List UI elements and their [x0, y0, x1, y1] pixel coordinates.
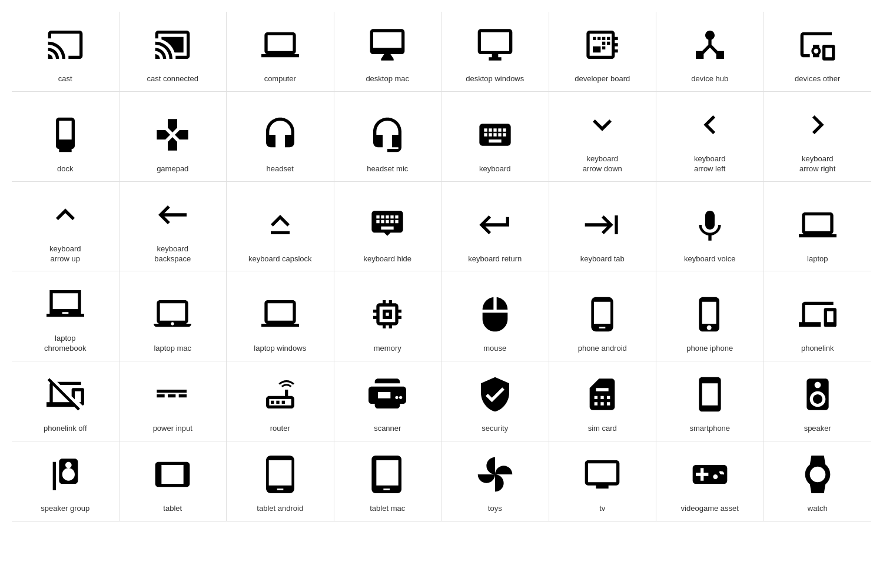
- laptop-windows-label: laptop windows: [254, 344, 306, 354]
- developer-board-label: developer board: [575, 74, 630, 84]
- speaker-group-label: speaker group: [41, 504, 89, 514]
- laptop-chromebook-label: laptopchromebook: [44, 334, 87, 354]
- keyboard-voice-label: keyboard voice: [684, 254, 735, 264]
- icon-item-phone-iphone: phone iphone: [656, 271, 764, 361]
- headset-mic-icon: [364, 111, 411, 158]
- icon-item-phonelink-off: phonelink off: [12, 361, 119, 441]
- computer-icon: [257, 21, 304, 68]
- keyboard-arrow-down-label: keyboardarrow down: [583, 154, 622, 174]
- icon-item-laptop: laptop: [764, 182, 872, 272]
- desktop-mac-icon: [364, 21, 411, 68]
- cast-connected-label: cast connected: [147, 74, 198, 84]
- icon-item-laptop-chromebook: laptopchromebook: [12, 271, 119, 361]
- laptop-mac-label: laptop mac: [154, 344, 191, 354]
- toys-label: toys: [488, 504, 502, 514]
- icon-item-memory: memory: [334, 271, 442, 361]
- security-label: security: [482, 424, 508, 434]
- headset-mic-label: headset mic: [367, 164, 408, 174]
- keyboard-return-icon: [472, 201, 519, 248]
- keyboard-tab-label: keyboard tab: [580, 254, 625, 264]
- desktop-mac-label: desktop mac: [366, 74, 409, 84]
- keyboard-arrow-right-label: keyboardarrow right: [799, 154, 835, 174]
- smartphone-label: smartphone: [689, 424, 730, 434]
- icon-item-laptop-mac: laptop mac: [119, 271, 227, 361]
- device-hub-label: device hub: [691, 74, 728, 84]
- icon-item-headset-mic: headset mic: [334, 92, 442, 182]
- icon-item-gamepad: gamepad: [119, 92, 227, 182]
- icon-grid: cast cast connected computer desktop mac…: [12, 12, 871, 521]
- icon-item-keyboard-arrow-down: keyboardarrow down: [549, 92, 657, 182]
- scanner-icon: [364, 371, 411, 418]
- tv-label: tv: [599, 504, 605, 514]
- icon-item-tablet-mac: tablet mac: [334, 441, 442, 521]
- keyboard-label: keyboard: [479, 164, 510, 174]
- desktop-windows-icon: [472, 21, 519, 68]
- icon-item-desktop-mac: desktop mac: [334, 12, 442, 92]
- tv-icon: [579, 451, 626, 498]
- computer-label: computer: [264, 74, 296, 84]
- icon-item-cast-connected: cast connected: [119, 12, 227, 92]
- phonelink-off-label: phonelink off: [44, 424, 87, 434]
- icon-item-sim-card: sim card: [549, 361, 657, 441]
- gamepad-label: gamepad: [157, 164, 188, 174]
- icon-item-phone-android: phone android: [549, 271, 657, 361]
- smartphone-icon: [686, 371, 733, 418]
- icon-item-power-input: power input: [119, 361, 227, 441]
- icon-item-device-hub: device hub: [656, 12, 764, 92]
- scanner-label: scanner: [374, 424, 401, 434]
- watch-label: watch: [808, 504, 828, 514]
- devices-other-label: devices other: [795, 74, 840, 84]
- icon-item-keyboard-voice: keyboard voice: [656, 182, 764, 272]
- keyboard-icon: [472, 111, 519, 158]
- icon-item-toys: toys: [442, 441, 549, 521]
- icon-item-scanner: scanner: [334, 361, 442, 441]
- tablet-android-icon: [257, 451, 304, 498]
- keyboard-backspace-label: keyboardbackspace: [154, 244, 191, 264]
- tablet-mac-icon: [364, 451, 411, 498]
- icon-item-keyboard-return: keyboard return: [442, 182, 549, 272]
- devices-other-icon: [794, 21, 841, 68]
- keyboard-capslock-label: keyboard capslock: [248, 254, 312, 264]
- router-icon: [257, 371, 304, 418]
- cast-connected-icon: [149, 21, 196, 68]
- phonelink-icon: [794, 291, 841, 338]
- icon-item-smartphone: smartphone: [656, 361, 764, 441]
- icon-item-tablet-android: tablet android: [227, 441, 334, 521]
- phone-iphone-label: phone iphone: [686, 344, 733, 354]
- tablet-android-label: tablet android: [257, 504, 303, 514]
- icon-item-router: router: [227, 361, 334, 441]
- laptop-windows-icon: [257, 291, 304, 338]
- tablet-mac-label: tablet mac: [370, 504, 405, 514]
- mouse-icon: [472, 291, 519, 338]
- headset-icon: [257, 111, 304, 158]
- icon-item-keyboard-backspace: keyboardbackspace: [119, 182, 227, 272]
- device-hub-icon: [686, 21, 733, 68]
- icon-item-security: security: [442, 361, 549, 441]
- icon-item-keyboard-arrow-right: keyboardarrow right: [764, 92, 872, 182]
- icon-item-computer: computer: [227, 12, 334, 92]
- laptop-label: laptop: [807, 254, 828, 264]
- icon-item-keyboard-capslock: keyboard capslock: [227, 182, 334, 272]
- keyboard-arrow-up-icon: [42, 191, 89, 238]
- videogame-asset-label: videogame asset: [681, 504, 739, 514]
- videogame-asset-icon: [686, 451, 733, 498]
- laptop-icon: [794, 201, 841, 248]
- icon-item-desktop-windows: desktop windows: [442, 12, 549, 92]
- icon-item-devices-other: devices other: [764, 12, 872, 92]
- icon-item-tablet: tablet: [119, 441, 227, 521]
- power-input-label: power input: [153, 424, 192, 434]
- phonelink-off-icon: [42, 371, 89, 418]
- keyboard-arrow-up-label: keyboardarrow up: [49, 244, 81, 264]
- router-label: router: [270, 424, 290, 434]
- speaker-label: speaker: [804, 424, 831, 434]
- phone-android-label: phone android: [578, 344, 627, 354]
- speaker-icon: [794, 371, 841, 418]
- icon-item-videogame-asset: videogame asset: [656, 441, 764, 521]
- laptop-chromebook-icon: [42, 281, 89, 328]
- phone-android-icon: [579, 291, 626, 338]
- cast-label: cast: [58, 74, 72, 84]
- keyboard-return-label: keyboard return: [468, 254, 522, 264]
- keyboard-hide-icon: [364, 201, 411, 248]
- headset-label: headset: [267, 164, 294, 174]
- developer-board-icon: [579, 21, 626, 68]
